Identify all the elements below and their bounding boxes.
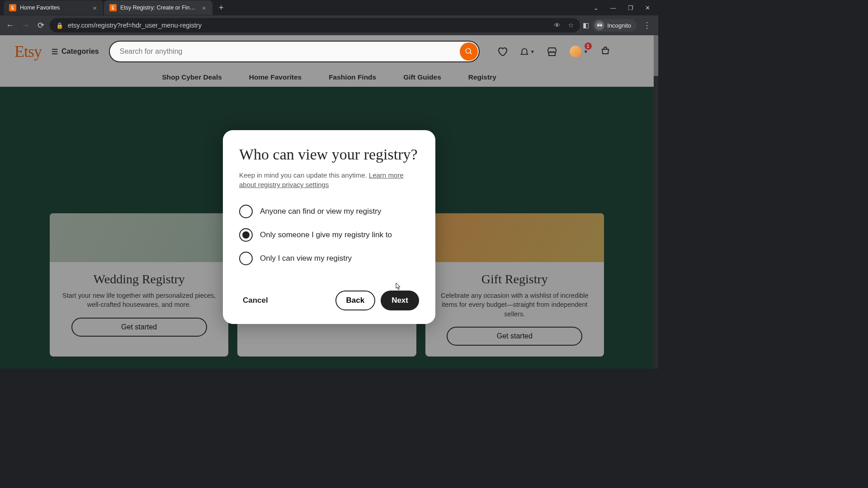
menu-kebab-icon[interactable]: ⋮ xyxy=(639,20,655,30)
modal-sub-text: Keep in mind you can update this anytime… xyxy=(239,171,369,179)
search-button[interactable] xyxy=(460,42,478,61)
notification-badge: 1 xyxy=(585,42,592,50)
radio-anyone[interactable]: Anyone can find or view my registry xyxy=(239,205,419,218)
etsy-favicon-icon: E xyxy=(109,4,117,11)
url-actions: 👁 ☆ xyxy=(554,22,574,29)
search-wrap xyxy=(109,41,480,62)
scrollbar-thumb[interactable] xyxy=(654,35,658,76)
tab-title: Etsy Registry: Create or Find a G xyxy=(120,5,198,11)
new-tab-button[interactable]: + xyxy=(213,3,229,13)
eye-off-icon[interactable]: 👁 xyxy=(554,22,561,29)
close-window-icon[interactable]: ✕ xyxy=(642,3,654,13)
window-controls: ⌄ — ❐ ✕ xyxy=(590,3,658,13)
cart-icon[interactable] xyxy=(600,46,611,57)
page: Etsy ☰ Categories ▼ 1 ▼ Shop Cyber Deals… xyxy=(0,35,658,369)
shop-icon[interactable] xyxy=(547,46,557,57)
incognito-label: Incognito xyxy=(607,22,631,29)
privacy-modal: Who can view your registry? Keep in mind… xyxy=(223,130,435,324)
back-button[interactable]: Back xyxy=(335,291,376,310)
radio-link-only[interactable]: Only someone I give my registry link to xyxy=(239,228,419,242)
minimize-icon[interactable]: — xyxy=(607,3,620,13)
avatar-icon xyxy=(569,45,582,58)
modal-actions: Cancel Back Next xyxy=(239,291,419,310)
radio-icon xyxy=(239,205,253,218)
radio-icon xyxy=(239,252,253,265)
address-bar: ← → ⟳ 🔒 etsy.com/registry?ref=hdr_user_m… xyxy=(0,15,658,35)
reload-icon[interactable]: ⟳ xyxy=(34,19,47,32)
url-box[interactable]: 🔒 etsy.com/registry?ref=hdr_user_menu-re… xyxy=(50,18,580,33)
close-icon[interactable]: × xyxy=(92,4,98,12)
radio-label: Anyone can find or view my registry xyxy=(260,207,381,216)
tab-title: Home Favorites xyxy=(20,5,88,11)
cancel-button[interactable]: Cancel xyxy=(239,291,272,310)
notifications-bell-icon[interactable]: ▼ xyxy=(519,47,535,56)
extensions-icon[interactable]: ◧ xyxy=(583,21,589,29)
favorites-heart-icon[interactable] xyxy=(497,46,508,57)
search-input[interactable] xyxy=(109,41,480,62)
privacy-radio-group: Anyone can find or view my registry Only… xyxy=(239,205,419,265)
etsy-favicon-icon: E xyxy=(9,4,16,11)
tab-bar: E Home Favorites × E Etsy Registry: Crea… xyxy=(0,0,658,15)
modal-subtitle: Keep in mind you can update this anytime… xyxy=(239,170,419,189)
incognito-indicator[interactable]: 🕶 Incognito xyxy=(592,19,637,32)
account-avatar[interactable]: 1 ▼ xyxy=(569,45,588,58)
scrollbar[interactable] xyxy=(654,35,658,369)
lock-icon: 🔒 xyxy=(56,22,63,29)
url-text: etsy.com/registry?ref=hdr_user_menu-regi… xyxy=(68,22,549,29)
tab-home-favorites[interactable]: E Home Favorites × xyxy=(4,0,103,15)
radio-label: Only someone I give my registry link to xyxy=(260,230,392,239)
bookmark-star-icon[interactable]: ☆ xyxy=(568,22,574,29)
radio-label: Only I can view my registry xyxy=(260,254,352,263)
modal-title: Who can view your registry? xyxy=(239,145,419,163)
next-button[interactable]: Next xyxy=(381,291,419,310)
chevron-down-icon[interactable]: ⌄ xyxy=(590,3,602,13)
browser-chrome: E Home Favorites × E Etsy Registry: Crea… xyxy=(0,0,658,35)
maximize-icon[interactable]: ❐ xyxy=(624,3,637,13)
forward-icon[interactable]: → xyxy=(19,19,32,32)
back-icon[interactable]: ← xyxy=(4,19,16,32)
close-icon[interactable]: × xyxy=(201,4,207,12)
tab-etsy-registry[interactable]: E Etsy Registry: Create or Find a G × xyxy=(104,0,212,15)
radio-icon xyxy=(239,228,253,242)
radio-only-me[interactable]: Only I can view my registry xyxy=(239,252,419,265)
search-icon xyxy=(465,47,473,56)
incognito-icon: 🕶 xyxy=(594,20,604,30)
